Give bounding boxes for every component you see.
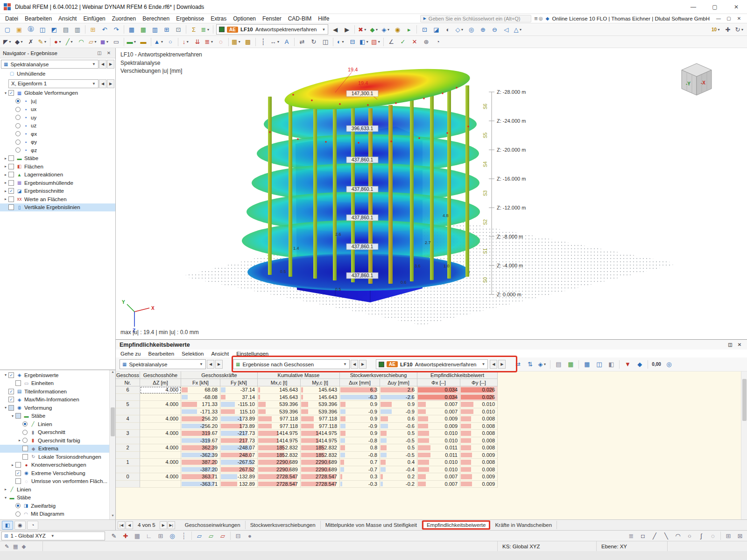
menu-item[interactable]: Ergebnisse [173,14,207,23]
value-cell[interactable]: 171.33 [181,401,220,408]
recent-pages-icon[interactable]: 10▼ [710,24,722,35]
story-height-cell[interactable] [140,481,181,488]
value-cell[interactable]: 68.08 [181,386,220,394]
value-cell[interactable]: 0.9 [380,401,417,408]
value-cell[interactable]: 1414.975 [301,437,340,445]
value-cell[interactable]: 0.008 [460,415,498,423]
value-cell[interactable]: 2.6 [380,386,417,394]
table-row[interactable]: -363.71132.892728.5472728.547-0.3-0.20.0… [116,481,747,488]
table-row[interactable]: 24.000362.39-248.071852.8321852.8320.80.… [116,444,747,452]
rendering-icon[interactable]: ▧▼ [370,37,381,47]
member-icon[interactable]: ▬▼ [126,37,137,47]
value-cell[interactable]: 0.026 [460,394,498,401]
tree-item[interactable]: ▸▬Stäbe [0,154,115,163]
layers-icon[interactable]: ≣ [626,531,637,541]
value-cell[interactable]: 2290.689 [258,459,301,466]
checkbox-unchecked[interactable] [15,380,21,386]
column-header[interactable]: Fy [kN] [220,379,258,386]
value-cell[interactable]: -248.07 [220,444,258,452]
table-tab[interactable]: Mittelpunkte von Masse und Steifigkeit [321,521,422,529]
select-special-icon[interactable]: ◆▼ [14,37,25,47]
visibility-modes-icon[interactable]: ◐▼ [335,37,346,47]
open-model-icon[interactable]: ▣ [14,24,25,35]
value-cell[interactable]: 0.010 [417,437,460,445]
table-view-icon[interactable]: ▦ [581,359,592,370]
polyline-icon[interactable]: ╲ [661,531,672,541]
story-number-cell[interactable]: 1 [116,459,140,466]
menu-item[interactable]: Hilfe [315,14,332,23]
zoom-in-icon[interactable]: ⊕ [477,24,488,35]
dimension-icon[interactable]: ↔▼ [269,37,281,47]
value-cell[interactable]: 2290.689 [301,466,340,474]
column-group-header[interactable]: Kumulative Masse [258,371,340,379]
value-cell[interactable]: 0.008 [460,444,498,452]
menu-item[interactable]: Ansicht [55,14,80,23]
checkbox-unchecked[interactable] [22,446,28,451]
ellipse-tool-icon[interactable]: ◌ [707,531,719,541]
measure-icon[interactable]: ∠ [386,37,397,47]
story-number-cell[interactable] [116,481,140,488]
tree-item[interactable]: ▾✓◈Ergebniswerte [0,371,109,379]
value-cell[interactable]: -0.9 [380,408,417,416]
rotate-objects-icon[interactable]: ↻ [308,37,319,47]
table-row[interactable]: 54.000171.33-115.10539.396539.3960.90.90… [116,401,747,408]
story-height-cell[interactable]: 4.000 [140,473,181,481]
tree-item[interactable]: ✓◉Extreme Verschiebung [0,469,109,477]
value-cell[interactable]: 1414.975 [301,430,340,437]
nodal-support-icon[interactable]: ▲▼ [153,37,164,47]
story-height-cell[interactable] [140,466,181,474]
next-table-button[interactable]: ▶ [215,360,223,369]
user-view-icon[interactable]: ◇▼ [454,24,465,35]
story-height-cell[interactable]: 4.000 [140,386,181,394]
snap-points-icon[interactable]: ● [244,531,255,541]
tree-item[interactable]: ▸╱Linien [0,485,109,494]
tree-item[interactable]: ◠Mit Diagramm [0,510,109,518]
value-cell[interactable]: 539.396 [258,401,301,408]
scroll-down-icon[interactable]: ▼ [110,514,116,519]
value-cell[interactable]: 0.034 [417,386,460,394]
value-cell[interactable]: 1852.832 [258,444,301,452]
table-row[interactable]: -256.20173.89977.118977.118-0.9-0.60.009… [116,423,747,430]
value-cell[interactable]: 0.010 [417,430,460,437]
isometric-view-icon[interactable]: △▼ [512,24,523,35]
next-mode-button[interactable]: ▶ [359,360,366,369]
table-analysis-combo[interactable]: ▦ Spektralanalyse ▼ [120,359,206,369]
menu-item[interactable]: CAD-BIM [285,14,315,23]
move-copy-icon[interactable]: ⇄ [296,37,308,47]
analysis-type-combo[interactable]: ▦ Spektralanalyse ▼ [1,60,99,69]
close-panel-icon[interactable]: ✕ [105,50,113,56]
table-tab[interactable]: Geschosseinwirkungen [180,521,246,529]
story-number-cell[interactable] [116,408,140,416]
value-cell[interactable]: -2.6 [380,394,417,401]
menu-item[interactable]: Optionen [230,14,259,23]
column-header[interactable]: Δuy [mm] [380,379,417,386]
units-icon[interactable]: ◔ [432,37,444,47]
story-number-cell[interactable]: 5 [116,401,140,408]
checkbox-unchecked[interactable] [8,164,14,169]
menu-item[interactable]: Datei [2,14,21,23]
deselect-icon[interactable]: ✗ [25,37,36,47]
pan-view-icon[interactable]: ✚ [722,24,733,35]
value-cell[interactable]: 977.118 [301,423,340,430]
line-segment-icon[interactable]: ╱ [649,531,660,541]
story-number-cell[interactable] [116,466,140,474]
value-cell[interactable]: -0.9 [340,423,380,430]
radio-unselected[interactable] [15,107,21,112]
radio-selected[interactable] [22,421,28,427]
last-record-button[interactable]: ▶| [168,521,175,529]
story-number-cell[interactable] [116,437,140,445]
model-check-icon[interactable]: ✓ [397,37,409,47]
story-height-cell[interactable]: 4.000 [140,430,181,437]
menu-item[interactable]: Berechnen [139,14,173,23]
collapse-icon[interactable]: ▾ [10,414,15,418]
story-number-cell[interactable] [116,394,140,401]
tree-item[interactable]: ✓▤Titelinformationen [0,387,109,396]
previous-table-button[interactable]: ◀ [207,360,214,369]
menu-item[interactable]: Bearbeiten [21,14,55,23]
tree-item[interactable]: ▾◉Verformung [0,404,109,412]
checkbox-partial[interactable] [8,405,14,411]
value-cell[interactable]: -0.5 [380,452,417,459]
fixed-columns-icon[interactable]: ◧ [606,359,617,370]
panel-filter-tab-icon[interactable]: ◉ [14,521,26,530]
cartesian-grid-icon[interactable]: ⊞ [155,531,166,541]
